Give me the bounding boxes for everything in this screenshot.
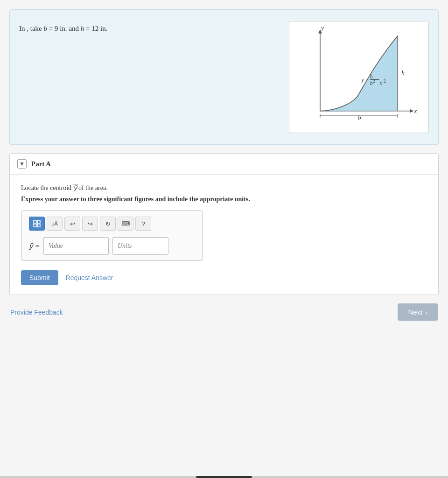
value-input[interactable] bbox=[43, 237, 109, 255]
problem-intro: In , take bbox=[19, 25, 42, 32]
b-value: = 9 in. bbox=[49, 25, 67, 32]
diagram-svg: y x y = h bbox=[294, 26, 424, 128]
locate-text: Locate the centroid ȳ of the area. bbox=[21, 184, 427, 192]
next-button[interactable]: Next › bbox=[398, 303, 438, 321]
keyboard-button[interactable]: ⌨ bbox=[118, 217, 133, 231]
answer-box: μÅ ↩ ↪ ↻ ⌨ ? ȳ = bbox=[21, 211, 203, 261]
svg-marker-3 bbox=[410, 109, 413, 113]
part-a-section: ▼ Part A Locate the centroid ȳ of the ar… bbox=[9, 153, 439, 295]
action-row: Submit Request Answer bbox=[21, 270, 427, 285]
problem-text: In , take b = 9 in. and h = 12 in. bbox=[19, 21, 280, 33]
part-content: Locate the centroid ȳ of the area. Expre… bbox=[10, 175, 438, 295]
svg-text:h: h bbox=[370, 74, 373, 79]
h-variable: h bbox=[81, 25, 84, 32]
problem-box: In , take b = 9 in. and h = 12 in. y x bbox=[9, 9, 439, 145]
svg-text:x: x bbox=[379, 80, 382, 86]
svg-text:b: b bbox=[370, 80, 373, 86]
svg-text:y: y bbox=[320, 26, 324, 31]
answer-row: ȳ = bbox=[29, 237, 195, 255]
units-input[interactable] bbox=[112, 237, 168, 255]
part-header: ▼ Part A bbox=[10, 154, 438, 175]
part-title: Part A bbox=[31, 160, 51, 168]
b-variable: b bbox=[43, 25, 47, 32]
undo-button[interactable]: ↩ bbox=[64, 217, 80, 231]
centroid-var: ȳ bbox=[73, 184, 79, 191]
svg-text:h: h bbox=[401, 69, 405, 76]
svg-rect-21 bbox=[37, 220, 40, 223]
svg-text:2: 2 bbox=[384, 79, 386, 84]
and-text: and bbox=[69, 25, 79, 32]
svg-rect-23 bbox=[37, 224, 40, 227]
h-value: = 12 in. bbox=[86, 25, 107, 32]
diagram-container: y x y = h bbox=[289, 21, 429, 133]
footer-row: Provide Feedback Next › bbox=[9, 303, 439, 321]
mu-button[interactable]: μÅ bbox=[47, 217, 63, 231]
answer-label: ȳ = bbox=[29, 242, 40, 250]
help-button[interactable]: ? bbox=[135, 217, 151, 231]
redo-button[interactable]: ↪ bbox=[82, 217, 98, 231]
grid-button[interactable] bbox=[29, 217, 45, 231]
collapse-button[interactable]: ▼ bbox=[17, 159, 27, 169]
svg-rect-20 bbox=[34, 220, 36, 223]
next-chevron-icon: › bbox=[425, 309, 427, 316]
request-answer-link[interactable]: Request Answer bbox=[66, 274, 113, 281]
svg-text:y =: y = bbox=[360, 77, 369, 83]
svg-text:2: 2 bbox=[373, 79, 375, 84]
submit-button[interactable]: Submit bbox=[21, 270, 58, 285]
refresh-button[interactable]: ↻ bbox=[100, 217, 116, 231]
next-label: Next bbox=[408, 308, 422, 316]
toolbar: μÅ ↩ ↪ ↻ ⌨ ? bbox=[29, 217, 195, 231]
express-text: Express your answer to three significant… bbox=[21, 196, 427, 203]
svg-rect-22 bbox=[34, 224, 36, 227]
feedback-link[interactable]: Provide Feedback bbox=[10, 309, 63, 316]
svg-text:x: x bbox=[413, 107, 417, 114]
svg-text:b: b bbox=[358, 114, 361, 121]
